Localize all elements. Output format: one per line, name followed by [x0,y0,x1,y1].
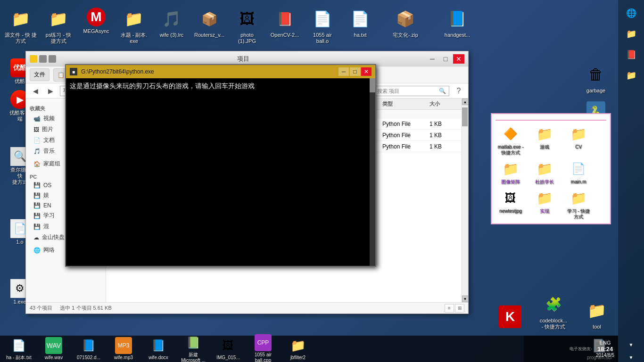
scroll-up[interactable]: ▲ [462,99,469,105]
codeblocks-icon: 🧩 [542,293,565,316]
taskbar-icon-jbfilter[interactable]: 📁 jbfilter2 [281,336,315,362]
right-floating-panel: 🔶 matlab.exe -快捷方式 📁 游戏 📁 CV 📁 图像矩阵 📁 杜皓… [491,113,611,224]
close-button[interactable]: ✕ [453,54,464,64]
network-icon: 🌐 [33,247,41,254]
k-icon: K [499,305,521,328]
doc-icon2: 📘 [80,337,97,354]
help-button[interactable]: ? [453,85,464,97]
cmd-close-button[interactable]: ✕ [361,67,372,76]
language-indicator: ENG [600,340,611,346]
folder-icon: 📁 [47,8,70,30]
right-icon-duhao[interactable]: 📁 杜皓学长 [529,159,560,185]
desktop-icon-label: OpenCV-2... [271,32,299,38]
taskbar-label: wife.mp3 [114,355,133,361]
file-menu-button[interactable]: 文件 [30,68,50,81]
desktop-icon-zhaiwenhua[interactable]: 📦 宅文化-.zip [387,6,424,46]
cmd-app-icon: ■ [72,69,75,74]
shixian-folder-icon: 📁 [535,189,554,207]
jbfilter-folder-icon: 📁 [289,337,306,354]
taskbar-icon-wife-docx[interactable]: 📘 wife.docx [141,336,175,362]
desktop-icon-label: ps练习 - 快捷方式 [46,32,71,44]
right-icon-cv[interactable]: 📁 CV [563,124,594,156]
study-shortcut-label: 学习 - 快捷方式 [567,208,590,220]
sidebar-arrow-down[interactable]: ▼ [627,353,636,362]
desktop-icon-wife-lrc[interactable]: 🎵 wife (3).lrc [153,6,190,46]
right-icon-mainm[interactable]: 📄 main.m [563,159,594,185]
sidebar-icon-3[interactable]: 📕 [620,45,643,64]
list-view-button[interactable]: ≡ [445,304,454,313]
right-icon-game[interactable]: 📁 游戏 [529,124,560,156]
ha-icon: 📄 [10,337,27,354]
sidebar-item-label: 视频 [43,115,55,123]
forward-button[interactable]: ▶ [45,85,56,97]
zip-icon: 📦 [394,8,417,30]
desktop-icon-matlab-exe[interactable]: K [491,304,529,332]
website-text: 电子发烧友- [570,346,592,352]
cmd-icon: ■ [70,68,77,75]
book-icon: 📕 [273,8,296,30]
sidebar-item-label: 网络 [43,246,55,254]
taskbar-icon-wife-wav[interactable]: WAV wife.wav [37,336,71,362]
taskbar-icon-wife-mp3[interactable]: MP3 wife.mp3 [107,336,140,362]
desktop-icon-mega[interactable]: M MEGAsync [77,6,115,46]
video-icon: 📹 [33,115,41,122]
desktop-icon-codeblocks[interactable]: 🧩 codeblock...- 快捷方式 [535,291,572,332]
mainm-label: main.m [571,179,586,185]
grid-view-button[interactable]: ⊞ [455,304,464,313]
cmd-scrollbar[interactable] [370,78,375,266]
excel-icon: 📗 [185,334,202,351]
taskbar-icon-img[interactable]: 🖼 IMG_015... [211,336,245,362]
cmd-minimize-button[interactable]: ─ [339,67,349,76]
sidebar-item-label: OS [43,182,51,189]
time-display: 18:24 [597,346,613,353]
vertical-scrollbar[interactable]: ▲ ▼ [462,99,468,302]
desktop-icon-label: MEGAsync [83,28,109,34]
newtestjpg-label: newtestjpg [499,208,522,214]
right-icon-matrix[interactable]: 📁 图像矩阵 [495,159,526,185]
col-size[interactable]: 大小 [429,100,458,107]
desktop-icons-top: 📁 源文件 - 快 捷方式 📁 ps练习 - 快捷方式 M MEGAsync 📁… [0,4,478,48]
file-type: Python File [382,121,429,127]
taskbar-icon-xinjian-excel[interactable]: 📗 新建Microsoft ... [176,333,210,362]
desktop-icon-yuanjian[interactable]: 📁 源文件 - 快 捷方式 [2,6,40,46]
scroll-down[interactable]: ▼ [462,296,469,302]
desktop-icon-handgest[interactable]: 📘 handgest... [438,6,476,46]
search-input[interactable] [377,88,437,94]
desktop-icon-shuiti[interactable]: 📁 水题 - 副本.exe [115,6,153,46]
right-icon-shixian[interactable]: 📁 实现 [529,189,560,220]
cmd-scroll-thumb[interactable] [370,78,375,92]
duhao-folder-icon: 📁 [535,159,554,178]
taskbar-label: 新建Microsoft ... [181,352,206,362]
maximize-button[interactable]: □ [440,54,451,64]
col-type[interactable]: 类型 [382,100,429,107]
taskbar-icon-airball-cpp[interactable]: CPP 1055 airball.cpp [246,333,280,362]
desktop-icon-photo[interactable]: 🖼 photo(1).JPG [228,6,266,46]
minimize-button[interactable]: ─ [427,54,438,64]
sidebar-icon-1[interactable]: 🌐 [620,4,643,23]
desktop-icon-tool[interactable]: 📁 tool [578,297,616,332]
right-icon-matlab[interactable]: 🔶 matlab.exe -快捷方式 [495,124,526,156]
right-icon-newtestjpg[interactable]: 🖼 newtestjpg [495,189,526,220]
taskbar-icon-071502[interactable]: 📘 071502.d... [72,336,106,362]
cmd-maximize-button[interactable]: □ [350,67,360,76]
right-icon-study-shortcut[interactable]: 📁 学习 - 快捷方式 [563,189,594,220]
drive-icon: 💾 [33,182,41,189]
desktop-icon-garbage[interactable]: 🗑 garbage [577,61,615,96]
mega-icon: M [87,8,106,26]
desktop-icon-label: photo(1).JPG [238,32,256,44]
sidebar-icon-2[interactable]: 📁 [620,25,643,43]
taskbar-label: ha - 副本.txt [6,355,31,361]
sidebar-icon-4[interactable]: 📁 [620,66,643,85]
desktop-icon-router[interactable]: 📦 Routersz_v... [190,6,228,46]
drive-icon2: 💾 [33,192,41,199]
desktop-icon-opencv[interactable]: 📕 OpenCV-2... [266,6,304,46]
back-button[interactable]: ◀ [30,85,41,97]
desktop-icon-ha[interactable]: 📄 ha.txt [341,6,379,46]
scroll-thumb[interactable] [462,107,468,126]
taskbar-label: IMG_015... [216,355,239,361]
mp3-icon: MP3 [115,337,132,354]
desktop-icon-ps[interactable]: 📁 ps练习 - 快捷方式 [40,6,77,46]
game-folder-icon: 📁 [535,124,554,143]
taskbar-icon-ha[interactable]: 📄 ha - 副本.txt [2,336,36,362]
desktop-icon-airball[interactable]: 📄 1055 airball.o [304,6,341,46]
